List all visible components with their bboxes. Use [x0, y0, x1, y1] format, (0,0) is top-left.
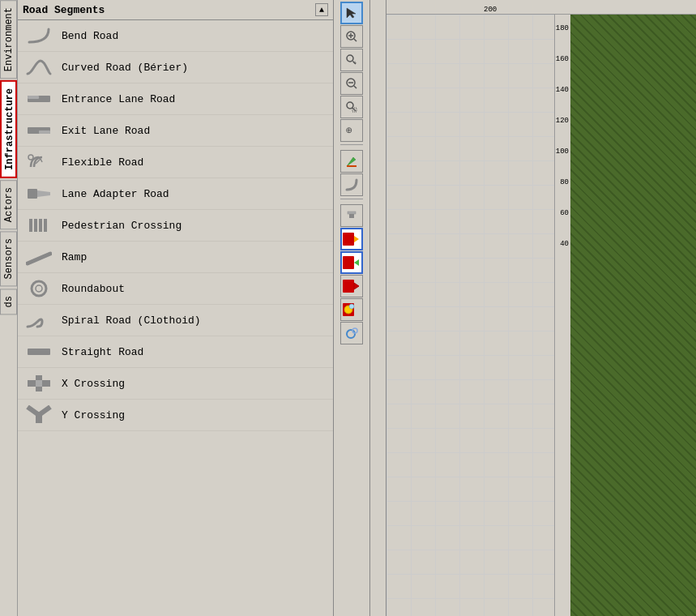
sidebar-tabs: Environment Infrastructure Actors Sensor… — [0, 0, 18, 616]
sidebar-tab-ds[interactable]: ds — [0, 289, 17, 314]
svg-point-4 — [28, 155, 33, 160]
list-item-straight-road[interactable]: Straight Road — [18, 336, 333, 368]
lane-adapter-label: Lane Adapter Road — [62, 188, 169, 200]
ruler-mark-120: 120 — [556, 117, 569, 125]
toolbar: + ⊕ — [334, 0, 370, 616]
svg-line-7 — [41, 159, 42, 162]
svg-rect-12 — [44, 219, 47, 232]
zoom-minus-button[interactable] — [340, 72, 363, 95]
svg-marker-41 — [354, 259, 359, 266]
vegetation-panel — [566, 15, 696, 616]
lane-adapter-icon — [24, 182, 53, 205]
pedestrian-crossing-label: Pedestrian Crossing — [62, 220, 181, 232]
list-item-bend-road[interactable]: Bend Road — [18, 20, 333, 52]
list-item-curved-road[interactable]: Curved Road (Bérier) — [18, 52, 333, 83]
draw-tool-button[interactable] — [340, 150, 363, 173]
signal3-button[interactable] — [340, 275, 363, 297]
straight-road-label: Straight Road — [62, 346, 143, 358]
svg-marker-39 — [354, 236, 359, 242]
svg-marker-20 — [347, 8, 356, 18]
list-item-x-crossing[interactable]: X Crossing — [18, 368, 333, 400]
zoom-region-button[interactable] — [340, 96, 363, 118]
svg-rect-11 — [39, 219, 42, 232]
list-item-pedestrian-crossing[interactable]: Pedestrian Crossing — [18, 210, 333, 242]
ruler-mark-140: 140 — [556, 86, 569, 94]
list-item-y-crossing[interactable]: Y Crossing — [18, 400, 333, 431]
signal4-button[interactable] — [340, 298, 363, 321]
svg-rect-1 — [28, 96, 39, 99]
svg-text:+: + — [353, 60, 357, 66]
curved-road-label: Curved Road (Bérier) — [62, 62, 188, 74]
pan-tool-button[interactable]: ⊕ — [340, 119, 363, 142]
svg-point-25 — [347, 55, 353, 62]
list-item-spiral-road[interactable]: Spiral Road (Clothoid) — [18, 305, 333, 336]
signal1-button[interactable] — [340, 228, 363, 250]
flexible-road-label: Flexible Road — [62, 156, 143, 169]
circle-tool-button[interactable] — [340, 322, 363, 344]
toolbar-separator-1 — [340, 144, 363, 148]
svg-rect-9 — [29, 219, 32, 232]
horizontal-ruler: 200 — [386, 0, 696, 15]
entrance-lane-icon — [24, 88, 53, 110]
pin-tool-button[interactable] — [340, 204, 363, 227]
sidebar-tab-actors[interactable]: Actors — [0, 180, 17, 229]
list-item-flexible-road[interactable]: Flexible Road — [18, 147, 333, 178]
zoom-in-button[interactable] — [340, 25, 363, 48]
x-crossing-label: X Crossing — [62, 378, 125, 390]
svg-point-31 — [347, 102, 353, 109]
canvas-container: 200 180 160 140 120 100 80 60 40 — [386, 0, 696, 616]
pedestrian-crossing-icon — [24, 214, 53, 237]
roundabout-icon — [24, 277, 53, 300]
select-tool-button[interactable] — [340, 2, 363, 24]
y-crossing-icon — [24, 404, 53, 426]
spiral-road-label: Spiral Road (Clothoid) — [62, 314, 201, 327]
svg-rect-18 — [36, 380, 42, 387]
sidebar-tab-sensors[interactable]: Sensors — [0, 231, 17, 286]
svg-rect-37 — [348, 212, 356, 214]
svg-rect-40 — [343, 256, 354, 269]
list-item-lane-adapter[interactable]: Lane Adapter Road — [18, 178, 333, 210]
x-crossing-icon — [24, 372, 53, 395]
svg-point-46 — [349, 304, 354, 309]
ruler-mark-160: 160 — [556, 55, 569, 63]
exit-lane-icon — [24, 119, 53, 142]
straight-road-icon — [24, 340, 53, 363]
svg-point-13 — [32, 281, 46, 296]
spiral-road-icon — [24, 309, 53, 332]
ruler-mark-200: 200 — [484, 6, 497, 14]
exit-lane-label: Exit Lane Road — [62, 125, 150, 137]
bend-road-label: Bend Road — [62, 30, 118, 42]
svg-line-22 — [354, 39, 357, 41]
ramp-label: Ramp — [62, 251, 87, 263]
list-item-roundabout[interactable]: Roundabout — [18, 273, 333, 305]
signal2-button[interactable] — [340, 251, 363, 274]
ruler-mark-80: 80 — [560, 178, 569, 186]
list-item-ramp[interactable]: Ramp — [18, 242, 333, 273]
svg-line-32 — [353, 109, 357, 112]
list-item-exit-lane[interactable]: Exit Lane Road — [18, 115, 333, 147]
curved-road-icon — [24, 56, 53, 79]
panel-title: Road Segments — [23, 4, 105, 16]
panel-header: Road Segments ▲ — [18, 0, 333, 20]
svg-point-47 — [347, 330, 355, 338]
ruler-mark-40: 40 — [560, 240, 569, 248]
ruler-mark-100: 100 — [556, 148, 569, 156]
svg-text:⊕: ⊕ — [346, 125, 352, 137]
scale-ruler — [370, 0, 386, 616]
scroll-up-button[interactable]: ▲ — [315, 3, 328, 16]
panel: Road Segments ▲ Bend Road Curved Road (B… — [18, 0, 334, 616]
ramp-icon — [24, 246, 53, 268]
sidebar-tab-environment[interactable]: Environment — [0, 0, 17, 79]
ruler-mark-180: 180 — [556, 24, 569, 32]
list-item-entrance-lane[interactable]: Entrance Lane Road — [18, 83, 333, 115]
svg-line-29 — [354, 86, 357, 88]
sidebar-tab-infrastructure[interactable]: Infrastructure — [0, 80, 17, 178]
svg-rect-42 — [343, 280, 354, 293]
toolbar-separator-2 — [340, 199, 363, 202]
road-curve-button[interactable] — [340, 173, 363, 196]
svg-rect-10 — [34, 219, 37, 232]
svg-point-14 — [36, 285, 42, 292]
svg-rect-38 — [343, 233, 354, 246]
zoom-plus-button[interactable]: + — [340, 49, 363, 71]
svg-rect-8 — [28, 189, 37, 199]
